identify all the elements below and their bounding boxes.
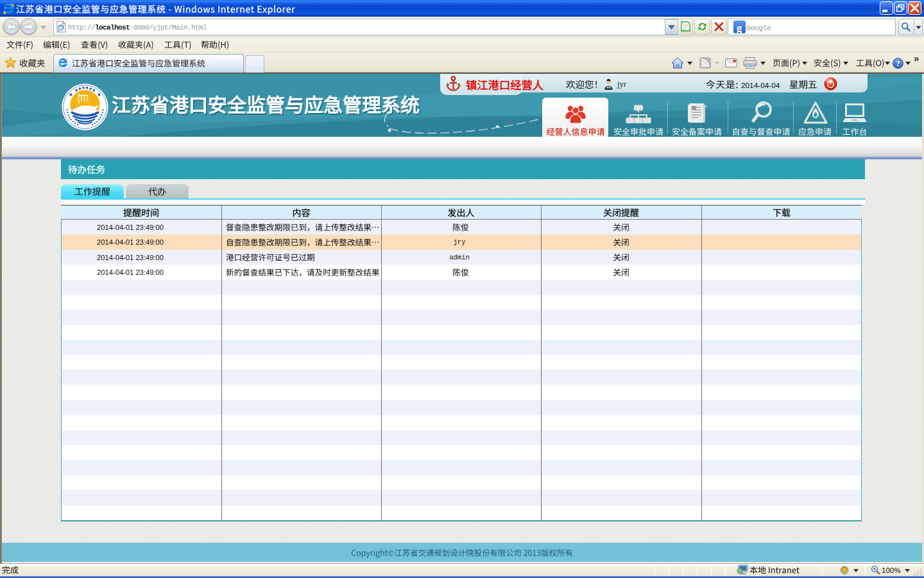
svg-text:?: ? [896, 59, 900, 68]
